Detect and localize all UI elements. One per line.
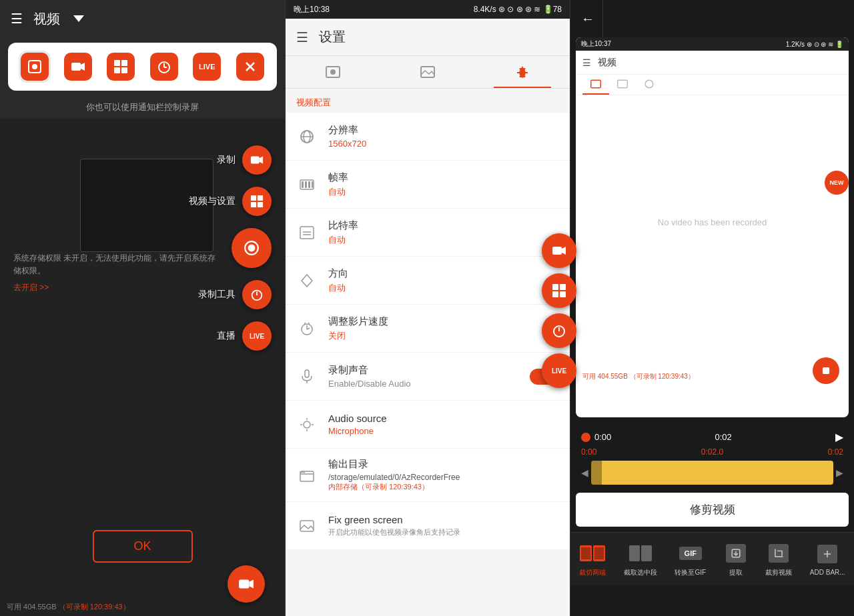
timeline-bar[interactable] <box>591 461 833 485</box>
crop-icon <box>767 541 791 565</box>
scroll-right-icon[interactable]: ▶ <box>836 467 843 478</box>
settings-green-screen[interactable]: Fix green screen 开启此功能以使包视频录像角后支持记录 <box>286 502 570 550</box>
svg-rect-57 <box>560 284 566 290</box>
hamburger-icon[interactable]: ☰ <box>11 11 23 27</box>
preview-record-time: （可录制 120:39:43） <box>630 373 695 380</box>
marker-0: 0:00 <box>581 447 596 457</box>
orientation-content: 方向 自动 <box>328 267 559 294</box>
audio-subtitle: Enable/Disable Audio <box>328 379 530 389</box>
back-button[interactable]: ← <box>581 11 594 27</box>
framerate-icon <box>296 174 318 195</box>
add-bar-icon-box <box>817 545 837 563</box>
preview-new-btn[interactable]: NEW <box>825 171 849 195</box>
svg-rect-35 <box>308 181 310 188</box>
svg-rect-15 <box>251 195 256 201</box>
svg-rect-6 <box>114 67 120 73</box>
output-dir-icon <box>296 465 318 486</box>
panel-right: ← 剪切两端 晚上10:37 1.2K/s ⊛ ⊙ ⊛ ≋ 🔋 ☰ 视频 <box>570 0 854 616</box>
middle-title: 设置 <box>319 28 346 46</box>
float-btn-main[interactable] <box>232 228 272 268</box>
float-btn-tool[interactable] <box>242 280 272 309</box>
settings-output-dir[interactable]: 输出目录 /storage/emulated/0/AzRecorderFree … <box>286 449 570 502</box>
orientation-title: 方向 <box>328 267 559 280</box>
svg-marker-14 <box>260 157 263 164</box>
resolution-icon <box>296 126 318 147</box>
qa-video-camera[interactable] <box>62 51 94 83</box>
qa-photo-timer[interactable] <box>148 51 180 83</box>
qa-grid-view[interactable] <box>105 51 137 83</box>
settings-resolution[interactable]: 分辨率 1560x720 <box>286 113 570 161</box>
settings-bitrate[interactable]: 比特率 自动 <box>286 209 570 257</box>
qa-close[interactable] <box>234 51 266 83</box>
mid-float-btn-record[interactable] <box>542 233 576 268</box>
toolbar-gif[interactable]: GIF 转换至GIF <box>675 541 706 577</box>
preview-storage: 可用 404.55GB （可录制 120:39:43） <box>582 372 695 381</box>
tab-settings[interactable] <box>475 56 570 88</box>
cut-selected-label: 截取选中段 <box>624 568 657 577</box>
qa-record-screen[interactable] <box>19 51 51 83</box>
toolbar-crop[interactable]: 裁剪视频 <box>765 541 792 577</box>
float-btn-live[interactable]: LIVE <box>242 321 272 351</box>
mini-tab-1[interactable] <box>582 75 609 95</box>
green-screen-icon <box>296 515 318 537</box>
svg-point-20 <box>248 245 256 252</box>
mid-float-btn-live[interactable]: LIVE <box>542 353 576 388</box>
preview-record-btn[interactable] <box>813 357 839 384</box>
middle-hamburger-icon[interactable]: ☰ <box>296 29 308 45</box>
speed-content: 调整影片速度 关闭 <box>328 315 559 342</box>
timeline-start-dot: 0:00 <box>581 432 611 442</box>
open-settings-link[interactable]: 去开启 >> <box>13 283 49 292</box>
settings-orientation[interactable]: 方向 自动 <box>286 257 570 305</box>
toolbar-add-bar[interactable]: ADD BAR... <box>810 542 845 576</box>
svg-rect-33 <box>302 181 304 188</box>
phone-preview: 晚上10:37 1.2K/s ⊛ ⊙ ⊛ ≋ 🔋 ☰ 视频 No video h… <box>576 37 849 417</box>
mini-tab-3[interactable] <box>636 75 663 95</box>
timeline-next-icon[interactable]: ▶ <box>835 431 843 443</box>
scroll-left-icon[interactable]: ◀ <box>581 467 588 478</box>
extract-icon <box>724 541 748 565</box>
settings-framerate[interactable]: 帧率 自动 <box>286 161 570 209</box>
ok-button[interactable]: OK <box>92 530 192 563</box>
toolbar-cut-selected[interactable]: 截取选中段 <box>624 541 657 577</box>
storage-bottom: 可用 404.55GB （可录制 120:39:43） <box>7 602 130 612</box>
float-btn-settings[interactable] <box>242 187 272 216</box>
float-label-settings: 视频与设置 <box>189 195 236 207</box>
dropdown-arrow-icon[interactable] <box>73 15 84 22</box>
settings-list: 分辨率 1560x720 帧率 自动 比特率 自动 <box>286 113 570 616</box>
float-btn-record[interactable] <box>242 145 272 175</box>
svg-point-64 <box>645 80 653 88</box>
float-menu: 录制 视频与设置 录制工具 <box>189 145 272 363</box>
record-btn-bottom[interactable] <box>228 565 265 603</box>
svg-rect-53 <box>300 521 314 531</box>
notification-text: 你也可以使用通知栏控制录屏 <box>0 101 285 113</box>
green-screen-title: Fix green screen <box>328 514 559 525</box>
tab-video[interactable] <box>286 56 380 88</box>
output-dir-record: 内部存储（可录制 120:39:43） <box>328 482 559 492</box>
cut-ends-icon <box>580 541 604 565</box>
mini-tab-2[interactable] <box>609 75 636 95</box>
toolbar-extract[interactable]: 提取 <box>724 541 748 577</box>
settings-audio[interactable]: 录制声音 Enable/Disable Audio <box>286 353 570 401</box>
crop-icon-box <box>769 544 789 563</box>
qa-live[interactable]: LIVE <box>191 51 223 83</box>
resolution-content: 分辨率 1560x720 <box>328 124 559 149</box>
settings-speed[interactable]: 调整影片速度 关闭 <box>286 305 570 353</box>
svg-rect-4 <box>114 60 120 66</box>
trim-button[interactable]: 修剪视频 <box>576 493 849 527</box>
mid-float-btn-tool[interactable] <box>542 313 576 348</box>
settings-audio-source[interactable]: Audio source Microphone <box>286 401 570 449</box>
svg-rect-36 <box>312 181 313 188</box>
mid-float-btn-grid[interactable] <box>542 273 576 308</box>
cut-selected-icon <box>628 541 653 565</box>
mini-status-info: 1.2K/s ⊛ ⊙ ⊛ ≋ 🔋 <box>786 41 843 48</box>
float-item-tool: 录制工具 <box>189 280 272 309</box>
svg-rect-59 <box>560 291 566 297</box>
mini-status-bar: 晚上10:37 1.2K/s ⊛ ⊙ ⊛ ≋ 🔋 <box>576 37 849 51</box>
tab-photo[interactable] <box>380 56 475 88</box>
speed-value: 关闭 <box>328 330 559 342</box>
svg-rect-34 <box>305 181 307 188</box>
resolution-title: 分辨率 <box>328 124 559 137</box>
output-dir-path: /storage/emulated/0/AzRecorderFree <box>328 473 559 482</box>
timeline-start: 0:00 <box>594 432 611 442</box>
toolbar-cut-ends[interactable]: 裁切两端 <box>579 541 606 577</box>
